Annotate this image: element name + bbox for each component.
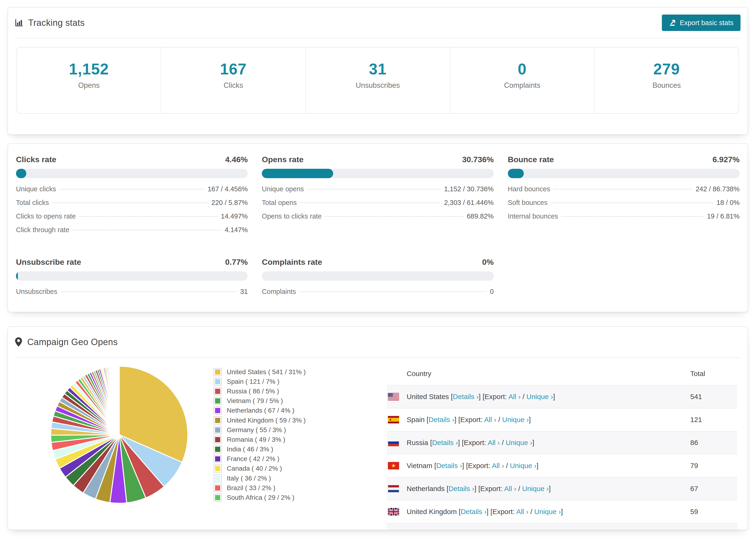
rate-row: Click through rate4.147% xyxy=(16,226,248,240)
export-all-link[interactable]: All › xyxy=(492,462,504,469)
dotted-leader xyxy=(61,292,237,292)
rate-row-value: 31 xyxy=(240,288,248,296)
stat-cell: 31Unsubscribes xyxy=(305,47,450,113)
legend-item[interactable]: United States ( 541 / 31% ) xyxy=(214,367,355,377)
export-all-link[interactable]: All › xyxy=(504,485,516,493)
rate-row-label: Total clicks xyxy=(16,199,49,207)
details-link[interactable]: Details › xyxy=(436,462,462,469)
export-all-link[interactable]: All › xyxy=(484,416,496,423)
rate-value: 0% xyxy=(482,257,494,267)
legend-swatch xyxy=(214,465,221,472)
rate-row: Clicks to opens rate14.497% xyxy=(16,212,248,226)
legend-item[interactable]: Netherlands ( 67 / 4% ) xyxy=(214,406,355,415)
progress-bar xyxy=(508,169,739,178)
geo-title: Campaign Geo Opens xyxy=(27,337,118,347)
rates-card: Clicks rate4.46%Unique clicks167 / 4.456… xyxy=(8,143,748,312)
export-all-link[interactable]: All › xyxy=(488,439,500,447)
legend-item[interactable]: Germany ( 55 / 3% ) xyxy=(214,425,355,435)
geo-opens-card: Campaign Geo Opens United States ( 541 /… xyxy=(8,326,748,530)
rate-row-label: Complaints xyxy=(262,288,296,296)
geo-body: United States ( 541 / 31% )Spain ( 121 /… xyxy=(8,358,747,530)
progress-bar xyxy=(16,271,248,281)
legend-label: Vietnam ( 79 / 5% ) xyxy=(227,397,283,405)
legend-item[interactable]: South Africa ( 29 / 2% ) xyxy=(214,493,355,502)
legend-item[interactable]: Russia ( 86 / 5% ) xyxy=(214,386,355,396)
rate-row-value: 167 / 4.456% xyxy=(207,185,248,193)
export-basic-stats-button[interactable]: Export basic stats xyxy=(662,15,740,31)
rate-row: Total clicks220 / 5.87% xyxy=(16,199,248,212)
export-button-label: Export basic stats xyxy=(680,19,733,27)
export-icon xyxy=(669,19,676,26)
rate-value: 4.46% xyxy=(225,155,248,164)
legend-label: Brazil ( 33 / 2% ) xyxy=(227,484,275,492)
dotted-leader xyxy=(551,202,713,203)
rate-row: Total opens2,303 / 61.446% xyxy=(262,199,494,212)
rate-row-label: Unique opens xyxy=(262,185,304,193)
export-unique-link[interactable]: Unique › xyxy=(522,485,549,493)
dotted-leader xyxy=(52,202,208,203)
dotted-leader xyxy=(307,189,441,189)
rate-panel: Unsubscribe rate0.77%Unsubscribes31 xyxy=(16,257,248,301)
table-row: United States [Details ›] [Export: All ›… xyxy=(387,385,737,408)
stat-value: 279 xyxy=(653,60,680,78)
progress-fill xyxy=(262,169,333,178)
pie-slice[interactable] xyxy=(119,366,119,435)
rate-row: Soft bounces18 / 0% xyxy=(508,199,739,212)
rate-row-value: 1,152 / 30.736% xyxy=(444,185,494,193)
rate-value: 6.927% xyxy=(713,155,739,164)
table-row: Spain [Details ›] [Export: All › / Uniqu… xyxy=(387,408,737,431)
details-link[interactable]: Details › xyxy=(449,485,474,493)
table-row: Vietnam [Details ›] [Export: All › / Uni… xyxy=(387,454,737,477)
dotted-leader xyxy=(299,292,486,292)
legend-item[interactable]: Romania ( 49 / 3% ) xyxy=(214,435,355,444)
export-unique-link[interactable]: Unique › xyxy=(502,416,529,423)
export-unique-link[interactable]: Unique › xyxy=(506,439,532,447)
total-cell: 541 xyxy=(690,393,737,401)
legend-label: United States ( 541 / 31% ) xyxy=(227,368,306,376)
details-link[interactable]: Details › xyxy=(453,393,479,401)
legend-swatch xyxy=(214,494,221,501)
details-link[interactable]: Details › xyxy=(428,416,454,423)
legend-item[interactable]: India ( 46 / 3% ) xyxy=(214,445,355,454)
progress-fill xyxy=(16,169,26,178)
export-unique-link[interactable]: Unique › xyxy=(510,462,536,469)
geo-table-rows: United States [Details ›] [Export: All ›… xyxy=(387,385,737,530)
details-link[interactable]: Details › xyxy=(432,439,458,447)
legend-item[interactable]: Spain ( 121 / 7% ) xyxy=(214,377,355,386)
rate-row-label: Hard bounces xyxy=(508,185,550,193)
export-all-link[interactable]: All › xyxy=(516,508,528,515)
rate-value: 30.736% xyxy=(462,155,494,164)
export-unique-link[interactable]: Unique › xyxy=(534,508,561,515)
stat-cell: 167Clicks xyxy=(161,47,305,113)
legend-item[interactable]: Vietnam ( 79 / 5% ) xyxy=(214,396,355,406)
export-all-link[interactable]: All › xyxy=(509,393,521,401)
legend-item[interactable]: France ( 42 / 2% ) xyxy=(214,454,355,464)
table-row: United Kingdom [Details ›] [Export: All … xyxy=(387,500,737,523)
total-cell: 67 xyxy=(690,485,737,493)
export-unique-link[interactable]: Unique › xyxy=(526,393,553,401)
legend-label: Canada ( 40 / 2% ) xyxy=(227,465,282,472)
legend-swatch xyxy=(214,456,221,462)
legend-item[interactable]: Italy ( 36 / 2% ) xyxy=(214,473,355,483)
tracking-stats-header: Tracking stats Export basic stats xyxy=(15,8,740,38)
rate-title: Complaints rate xyxy=(262,257,322,267)
legend-item[interactable]: Brazil ( 33 / 2% ) xyxy=(214,483,355,493)
legend-item[interactable]: United Kingdom ( 59 / 3% ) xyxy=(214,415,355,425)
stat-value: 167 xyxy=(220,60,246,78)
total-cell: 121 xyxy=(690,416,737,424)
legend-label: Germany ( 55 / 3% ) xyxy=(227,426,286,434)
legend-label: South Africa ( 29 / 2% ) xyxy=(227,494,295,501)
geo-table-header: Country Total xyxy=(387,362,737,385)
rate-row-value: 14.497% xyxy=(221,212,248,220)
progress-bar xyxy=(262,169,494,178)
legend-item[interactable]: Canada ( 40 / 2% ) xyxy=(214,464,355,473)
page: Tracking stats Export basic stats 1,152O… xyxy=(0,7,756,530)
details-link[interactable]: Details › xyxy=(460,508,486,515)
flag-nl-icon xyxy=(387,485,406,493)
dotted-leader xyxy=(561,216,704,217)
geo-legend: United States ( 541 / 31% )Spain ( 121 /… xyxy=(214,367,355,503)
country-header: Country xyxy=(406,370,690,378)
rate-panel: Bounce rate6.927%Hard bounces242 / 86.73… xyxy=(508,155,739,240)
rate-row-value: 689.82% xyxy=(467,212,494,220)
legend-label: Netherlands ( 67 / 4% ) xyxy=(227,407,295,414)
